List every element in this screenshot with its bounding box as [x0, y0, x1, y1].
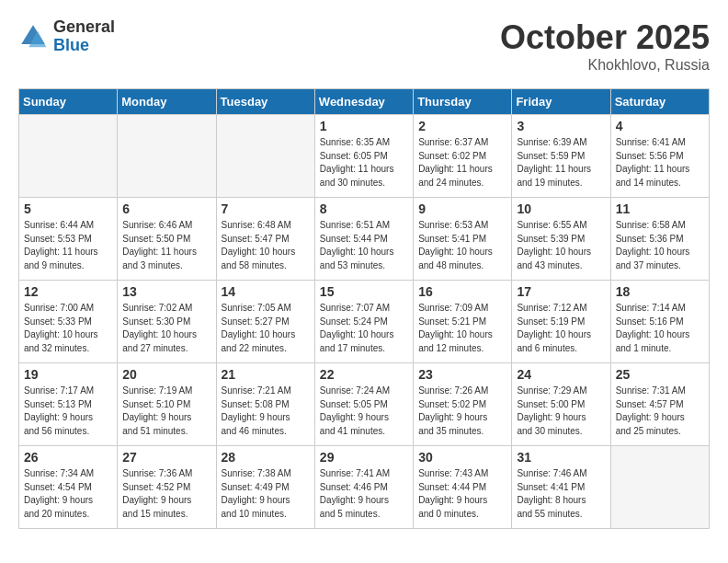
month-title: October 2025	[500, 18, 710, 57]
calendar-day-cell: 15Sunrise: 7:07 AM Sunset: 5:24 PM Dayli…	[314, 281, 413, 363]
day-info: Sunrise: 7:34 AM Sunset: 4:54 PM Dayligh…	[24, 467, 112, 521]
calendar-day-cell: 14Sunrise: 7:05 AM Sunset: 5:27 PM Dayli…	[216, 281, 314, 363]
weekday-header: Sunday	[19, 89, 118, 115]
calendar-week-row: 1Sunrise: 6:35 AM Sunset: 6:05 PM Daylig…	[19, 115, 710, 198]
calendar-day-cell: 5Sunrise: 6:44 AM Sunset: 5:53 PM Daylig…	[19, 198, 118, 281]
day-number: 8	[320, 201, 408, 216]
calendar-table: SundayMondayTuesdayWednesdayThursdayFrid…	[18, 88, 710, 529]
logo: General Blue	[18, 18, 115, 55]
day-number: 12	[24, 284, 112, 299]
day-number: 23	[418, 367, 506, 382]
day-number: 30	[418, 450, 506, 465]
weekday-header: Saturday	[610, 89, 709, 115]
day-number: 31	[517, 450, 605, 465]
calendar-day-cell	[610, 446, 709, 529]
day-info: Sunrise: 7:41 AM Sunset: 4:46 PM Dayligh…	[320, 467, 408, 521]
weekday-header: Wednesday	[314, 89, 413, 115]
day-number: 7	[222, 201, 310, 216]
calendar-day-cell: 26Sunrise: 7:34 AM Sunset: 4:54 PM Dayli…	[19, 446, 118, 529]
day-number: 9	[418, 201, 506, 216]
day-info: Sunrise: 6:39 AM Sunset: 5:59 PM Dayligh…	[517, 136, 605, 190]
day-info: Sunrise: 7:12 AM Sunset: 5:19 PM Dayligh…	[517, 302, 605, 355]
calendar-day-cell: 25Sunrise: 7:31 AM Sunset: 4:57 PM Dayli…	[610, 363, 709, 446]
day-info: Sunrise: 7:43 AM Sunset: 4:44 PM Dayligh…	[418, 467, 506, 521]
calendar-day-cell: 18Sunrise: 7:14 AM Sunset: 5:16 PM Dayli…	[610, 281, 709, 363]
day-number: 4	[616, 119, 704, 133]
day-info: Sunrise: 7:46 AM Sunset: 4:41 PM Dayligh…	[517, 467, 605, 521]
logo-general-text: General	[53, 18, 115, 37]
day-number: 20	[122, 367, 210, 382]
calendar-day-cell: 31Sunrise: 7:46 AM Sunset: 4:41 PM Dayli…	[512, 446, 610, 529]
day-info: Sunrise: 7:02 AM Sunset: 5:30 PM Dayligh…	[122, 302, 210, 355]
calendar-day-cell: 12Sunrise: 7:00 AM Sunset: 5:33 PM Dayli…	[19, 281, 118, 363]
calendar-day-cell: 11Sunrise: 6:58 AM Sunset: 5:36 PM Dayli…	[610, 198, 709, 281]
calendar-header-row: SundayMondayTuesdayWednesdayThursdayFrid…	[19, 89, 710, 115]
day-info: Sunrise: 7:07 AM Sunset: 5:24 PM Dayligh…	[320, 302, 408, 355]
logo-blue-text: Blue	[53, 37, 115, 55]
day-info: Sunrise: 7:24 AM Sunset: 5:05 PM Dayligh…	[320, 385, 408, 438]
day-info: Sunrise: 7:00 AM Sunset: 5:33 PM Dayligh…	[24, 302, 112, 355]
day-number: 19	[24, 367, 112, 382]
day-info: Sunrise: 6:53 AM Sunset: 5:41 PM Dayligh…	[418, 219, 506, 272]
calendar-week-row: 19Sunrise: 7:17 AM Sunset: 5:13 PM Dayli…	[19, 363, 710, 446]
calendar-day-cell: 2Sunrise: 6:37 AM Sunset: 6:02 PM Daylig…	[414, 115, 512, 198]
day-number: 27	[122, 450, 210, 465]
day-info: Sunrise: 7:09 AM Sunset: 5:21 PM Dayligh…	[418, 302, 506, 355]
day-info: Sunrise: 6:51 AM Sunset: 5:44 PM Dayligh…	[320, 219, 408, 272]
day-number: 26	[24, 450, 112, 465]
calendar-day-cell: 8Sunrise: 6:51 AM Sunset: 5:44 PM Daylig…	[314, 198, 413, 281]
day-info: Sunrise: 6:48 AM Sunset: 5:47 PM Dayligh…	[222, 219, 310, 272]
calendar-day-cell: 29Sunrise: 7:41 AM Sunset: 4:46 PM Dayli…	[314, 446, 413, 529]
calendar-week-row: 5Sunrise: 6:44 AM Sunset: 5:53 PM Daylig…	[19, 198, 710, 281]
day-info: Sunrise: 6:35 AM Sunset: 6:05 PM Dayligh…	[320, 136, 408, 190]
title-block: October 2025 Khokhlovo, Russia	[500, 18, 710, 74]
day-number: 17	[517, 284, 605, 299]
location: Khokhlovo, Russia	[500, 57, 710, 74]
day-info: Sunrise: 6:46 AM Sunset: 5:50 PM Dayligh…	[122, 219, 210, 272]
calendar-day-cell: 3Sunrise: 6:39 AM Sunset: 5:59 PM Daylig…	[512, 115, 610, 198]
calendar-day-cell: 1Sunrise: 6:35 AM Sunset: 6:05 PM Daylig…	[314, 115, 413, 198]
day-number: 18	[616, 284, 704, 299]
calendar-day-cell: 28Sunrise: 7:38 AM Sunset: 4:49 PM Dayli…	[216, 446, 314, 529]
day-info: Sunrise: 7:14 AM Sunset: 5:16 PM Dayligh…	[616, 302, 704, 355]
calendar-day-cell: 22Sunrise: 7:24 AM Sunset: 5:05 PM Dayli…	[314, 363, 413, 446]
weekday-header: Tuesday	[216, 89, 314, 115]
page-header: General Blue October 2025 Khokhlovo, Rus…	[18, 18, 710, 74]
calendar-day-cell: 24Sunrise: 7:29 AM Sunset: 5:00 PM Dayli…	[512, 363, 610, 446]
day-info: Sunrise: 7:26 AM Sunset: 5:02 PM Dayligh…	[418, 385, 506, 438]
day-number: 24	[517, 367, 605, 382]
day-number: 3	[517, 119, 605, 133]
calendar-day-cell: 17Sunrise: 7:12 AM Sunset: 5:19 PM Dayli…	[512, 281, 610, 363]
calendar-day-cell: 21Sunrise: 7:21 AM Sunset: 5:08 PM Dayli…	[216, 363, 314, 446]
day-number: 13	[122, 284, 210, 299]
weekday-header: Thursday	[414, 89, 512, 115]
calendar-day-cell	[216, 115, 314, 198]
calendar-week-row: 26Sunrise: 7:34 AM Sunset: 4:54 PM Dayli…	[19, 446, 710, 529]
day-number: 21	[222, 367, 310, 382]
logo-text: General Blue	[53, 18, 115, 55]
day-info: Sunrise: 7:17 AM Sunset: 5:13 PM Dayligh…	[24, 385, 112, 438]
day-info: Sunrise: 6:58 AM Sunset: 5:36 PM Dayligh…	[616, 219, 704, 272]
day-info: Sunrise: 7:29 AM Sunset: 5:00 PM Dayligh…	[517, 385, 605, 438]
day-info: Sunrise: 6:55 AM Sunset: 5:39 PM Dayligh…	[517, 219, 605, 272]
day-number: 15	[320, 284, 408, 299]
day-info: Sunrise: 6:37 AM Sunset: 6:02 PM Dayligh…	[418, 136, 506, 190]
day-number: 6	[122, 201, 210, 216]
calendar-week-row: 12Sunrise: 7:00 AM Sunset: 5:33 PM Dayli…	[19, 281, 710, 363]
day-number: 14	[222, 284, 310, 299]
day-info: Sunrise: 7:36 AM Sunset: 4:52 PM Dayligh…	[122, 467, 210, 521]
calendar-day-cell: 4Sunrise: 6:41 AM Sunset: 5:56 PM Daylig…	[610, 115, 709, 198]
day-number: 2	[418, 119, 506, 133]
logo-icon	[18, 22, 48, 52]
day-number: 11	[616, 201, 704, 216]
day-info: Sunrise: 6:44 AM Sunset: 5:53 PM Dayligh…	[24, 219, 112, 272]
calendar-day-cell: 27Sunrise: 7:36 AM Sunset: 4:52 PM Dayli…	[118, 446, 216, 529]
day-number: 29	[320, 450, 408, 465]
calendar-day-cell: 9Sunrise: 6:53 AM Sunset: 5:41 PM Daylig…	[414, 198, 512, 281]
day-info: Sunrise: 7:05 AM Sunset: 5:27 PM Dayligh…	[222, 302, 310, 355]
day-number: 28	[222, 450, 310, 465]
day-info: Sunrise: 6:41 AM Sunset: 5:56 PM Dayligh…	[616, 136, 704, 190]
day-number: 25	[616, 367, 704, 382]
day-info: Sunrise: 7:19 AM Sunset: 5:10 PM Dayligh…	[122, 385, 210, 438]
day-number: 5	[24, 201, 112, 216]
